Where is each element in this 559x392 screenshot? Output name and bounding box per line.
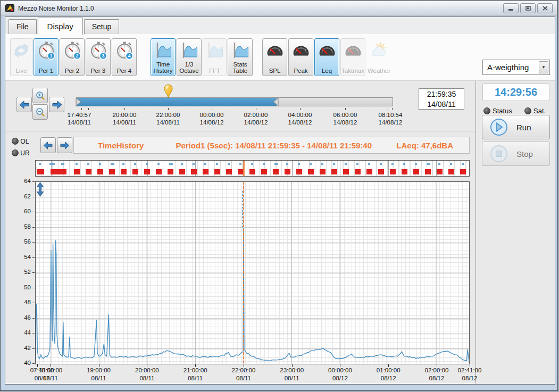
event-mark-blue: [251, 163, 253, 165]
timeline-pin-marker[interactable]: [163, 84, 173, 98]
arrow-right-icon: [60, 141, 70, 149]
leq-button[interactable]: Leq: [314, 38, 339, 76]
leq-label: Leq: [322, 68, 332, 74]
timeline-back-button[interactable]: [16, 97, 32, 112]
minimize-icon[interactable]: [503, 3, 519, 13]
event-mark-red: [425, 169, 431, 174]
spl-button[interactable]: SPL: [262, 38, 287, 76]
gauge-icon: [291, 41, 311, 60]
event-mark-red: [296, 169, 302, 174]
period-prev-button[interactable]: [40, 137, 56, 153]
chart-laeq-value: LAeq: 47,6dBA: [396, 141, 453, 150]
stopwatch-icon: 4: [115, 41, 134, 60]
per1-button[interactable]: 1 Per 1: [34, 38, 59, 76]
timeline-tickmark: [256, 108, 256, 110]
gauge-icon: [344, 41, 363, 60]
x-axis-label: 07:45:5808/12: [30, 366, 54, 382]
event-mark-blue: [99, 163, 101, 165]
per2-button[interactable]: 2 Per 2: [60, 38, 85, 76]
run-button[interactable]: Run: [482, 115, 550, 139]
event-mark-blue: [380, 163, 382, 165]
sat-indicator: Sat.: [524, 106, 546, 115]
stats-table-button[interactable]: Stats Table: [228, 38, 253, 76]
timeline-slider-track[interactable]: [76, 97, 393, 106]
y-axis-tick: [32, 212, 35, 212]
stats-table-chart-icon: [231, 41, 250, 60]
weighting-dropdown[interactable]: A-weigthing ▼: [482, 60, 550, 75]
slider-handle-right[interactable]: [273, 97, 279, 106]
per4-button[interactable]: 4 Per 4: [112, 38, 137, 76]
ol-led: [12, 138, 19, 145]
time-history-button[interactable]: Time History: [151, 38, 176, 76]
timeline-forward-button[interactable]: [49, 97, 64, 112]
stats-table-label: Stats Table: [229, 61, 252, 74]
y-axis-tick: [32, 348, 35, 349]
client-area: File Display Setup Live: [5, 16, 555, 385]
x-axis-label: 00:00:0008/12: [328, 366, 352, 382]
y-axis-label: 58: [13, 223, 31, 230]
ol-indicator: OL: [12, 138, 29, 145]
event-mark-blue: [193, 163, 195, 165]
stop-label: Stop: [516, 149, 533, 159]
timeline-zoom-in-button[interactable]: [32, 88, 48, 103]
timeline-tickmark: [212, 108, 212, 110]
event-marker-strip[interactable]: [35, 160, 470, 177]
per1-label: Per 1: [39, 68, 54, 74]
slider-handle-left[interactable]: [76, 97, 81, 106]
weather-button[interactable]: Weather: [366, 38, 391, 76]
event-mark-blue: [111, 163, 114, 165]
event-mark-red: [249, 169, 255, 174]
weighting-value: A-weigthing: [483, 63, 539, 72]
octave-button[interactable]: 1/3 Octave: [177, 38, 202, 76]
live-button[interactable]: Live: [10, 38, 32, 76]
tab-display[interactable]: Display: [38, 18, 83, 35]
event-mark-red: [179, 169, 185, 174]
y-axis-label: 60: [13, 208, 31, 214]
event-mark-blue: [356, 163, 358, 165]
tab-file[interactable]: File: [9, 19, 37, 34]
timeline-tickmark: [124, 108, 125, 110]
y-axis-tick: [32, 303, 35, 303]
zoom-out-icon: [36, 107, 45, 117]
chevron-down-icon[interactable]: ▼: [539, 61, 548, 73]
event-mark-red: [343, 169, 349, 174]
ur-label: UR: [20, 149, 29, 157]
octave-label: 1/3 Octave: [178, 61, 201, 74]
close-icon[interactable]: [537, 3, 553, 13]
status-led: [483, 107, 490, 114]
tab-setup[interactable]: Setup: [84, 19, 120, 34]
gauge-icon: [265, 41, 285, 60]
taktmax-label: Taktmax: [341, 68, 364, 74]
fft-button[interactable]: FFT: [203, 38, 227, 76]
event-mark-blue: [39, 163, 41, 165]
per3-button[interactable]: 3 Per 3: [86, 38, 111, 76]
timeline-tickmark: [388, 108, 388, 110]
timeline-tickmark: [88, 108, 89, 110]
fft-label: FFT: [209, 68, 220, 74]
taktmax-button[interactable]: Taktmax: [340, 38, 365, 76]
stop-icon: [490, 145, 508, 163]
peak-button[interactable]: Peak: [288, 38, 313, 76]
autoscale-y-icon[interactable]: [36, 182, 45, 197]
x-axis-label: 01:00:0008/12: [377, 366, 401, 382]
period-next-button[interactable]: [57, 137, 72, 153]
event-mark-red: [320, 169, 326, 174]
event-mark-red: [86, 169, 91, 174]
x-axis-label: 22:00:0008/11: [232, 366, 256, 382]
event-mark-red: [437, 169, 443, 174]
sat-label: Sat.: [533, 107, 546, 115]
y-axis-label: 64: [13, 178, 31, 184]
stop-button[interactable]: Stop: [482, 141, 550, 166]
app-icon: [5, 4, 14, 13]
time-history-chart-icon: [154, 41, 173, 60]
status-label: Status: [493, 107, 512, 115]
strip-hour-gridline: [340, 161, 340, 176]
timeline-zoom-out-button[interactable]: [32, 104, 48, 120]
time-history-plot[interactable]: [35, 181, 470, 364]
tab-bar: File Display Setup: [5, 17, 555, 34]
event-mark-blue: [49, 163, 55, 165]
x-axis-tick: [470, 364, 470, 367]
event-mark-blue: [298, 163, 300, 165]
maximize-icon[interactable]: [520, 3, 536, 13]
event-mark-red: [402, 169, 407, 174]
